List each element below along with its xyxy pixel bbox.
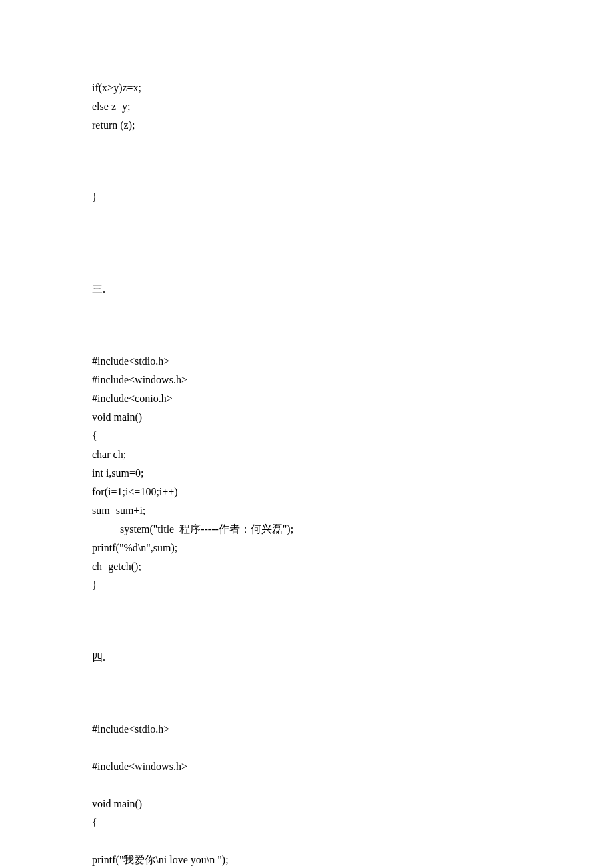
code-line: for(i=1;i<=100;i++): [92, 483, 613, 501]
section-heading: 三.: [92, 280, 613, 299]
code-line: system("title 程序-----作者：何兴磊");: [92, 520, 613, 539]
code-line: sum=sum+i;: [92, 501, 613, 520]
code-line: #include<stdio.h>: [92, 352, 613, 371]
code-line: else z=y;: [92, 97, 613, 116]
code-line: #include<windows.h>: [92, 757, 613, 776]
code-line: return (z);: [92, 116, 613, 135]
code-line: #include<windows.h>: [92, 371, 613, 389]
code-line: ch=getch();: [92, 557, 613, 576]
code-line: void main(): [92, 795, 613, 813]
section-heading: 四.: [92, 648, 613, 667]
code-line: }: [92, 576, 613, 595]
code-line: {: [92, 427, 613, 445]
code-line: {: [92, 813, 613, 832]
code-line: if(x>y)z=x;: [92, 79, 613, 97]
code-line: void main(): [92, 408, 613, 427]
code-line: }: [92, 188, 613, 207]
code-line: char ch;: [92, 445, 613, 464]
code-line: #include<stdio.h>: [92, 720, 613, 739]
code-line: #include<conio.h>: [92, 389, 613, 408]
code-line: printf("我爱你\ni love you\n ");: [92, 851, 613, 868]
code-line: printf("%d\n",sum);: [92, 539, 613, 557]
code-line: int i,sum=0;: [92, 464, 613, 483]
